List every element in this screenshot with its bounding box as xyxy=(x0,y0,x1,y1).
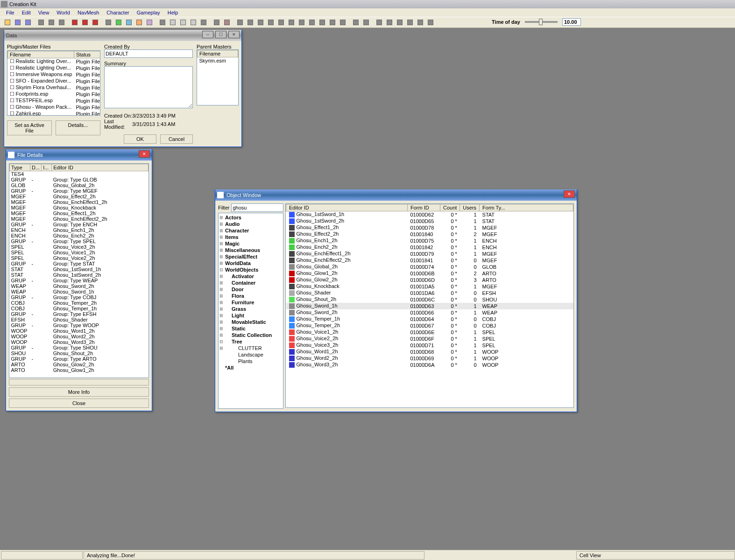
menu-character[interactable]: Character xyxy=(103,9,132,16)
file-details-row[interactable]: GRUP-Group: Type ARTO xyxy=(10,356,148,362)
tree-node-character[interactable]: Character xyxy=(219,227,282,234)
tree-node-grass[interactable]: Grass xyxy=(219,306,282,312)
plugin-row[interactable]: ☐ TESTPFEIL.espPlugin File xyxy=(8,98,101,104)
tree-node-movablestatic[interactable]: MovableStatic xyxy=(219,319,282,325)
object-row[interactable]: Ghosu_1stSword_1h01000D620 *1STAT xyxy=(286,211,573,218)
tree-node-door[interactable]: Door xyxy=(219,286,282,293)
tree-node-items[interactable]: Items xyxy=(219,234,282,240)
toolbar-button-29[interactable] xyxy=(318,18,327,27)
file-details-row[interactable]: WEAPGhosu_Sword_1h xyxy=(10,289,148,294)
time-slider[interactable] xyxy=(525,21,558,23)
file-details-row[interactable]: GRUP-Group: Type SHOU xyxy=(10,345,148,350)
menu-navmesh[interactable]: NavMesh xyxy=(74,9,102,16)
plugin-row[interactable]: ☐ Realistic Lighting Over...Plugin File xyxy=(8,65,101,71)
col-d[interactable]: D... xyxy=(30,164,42,171)
toolbar-button-6[interactable] xyxy=(70,18,79,27)
toolbar-button-23[interactable] xyxy=(256,18,265,27)
tree-node-landscape[interactable]: Landscape xyxy=(219,351,282,358)
tree-node-activator[interactable]: Activator xyxy=(219,273,282,280)
object-row[interactable]: Ghosu_Voice2_2h01000D6F0 *1SPEL xyxy=(286,336,573,342)
tree-node-audio[interactable]: Audio xyxy=(219,221,282,227)
file-details-row[interactable]: GRUP-Group: Type ENCH xyxy=(10,222,148,227)
toolbar-button-27[interactable] xyxy=(297,18,306,27)
object-row[interactable]: Ghosu_Word2_2h01000D690 *1WOOP xyxy=(286,355,573,362)
tree-node-worldobjects[interactable]: WorldObjects xyxy=(219,266,282,273)
file-details-row[interactable]: COBJGhosu_Temper_1h xyxy=(10,306,148,311)
close-button[interactable]: ✕ xyxy=(139,150,150,158)
menu-help[interactable]: Help xyxy=(164,9,182,16)
tree-node-clutter[interactable]: CLUTTER xyxy=(219,345,282,351)
cancel-button[interactable]: Cancel xyxy=(160,134,193,144)
toolbar-button-3[interactable] xyxy=(36,18,46,27)
toolbar-button-16[interactable] xyxy=(178,18,188,27)
toolbar-button-38[interactable] xyxy=(416,18,425,27)
object-row[interactable]: Ghosu_Effect1_2h01000D780 *1MGEF xyxy=(286,224,573,231)
toolbar-button-26[interactable] xyxy=(287,18,296,27)
tree-node-worlddata[interactable]: WorldData xyxy=(219,260,282,266)
object-row[interactable]: Ghosu_Glow2_2h01000D6D0 *3ARTO xyxy=(286,277,573,283)
tree-node-actors[interactable]: Actors xyxy=(219,214,282,221)
col-formtype[interactable]: Form Ty... xyxy=(480,204,573,211)
toolbar-button-24[interactable] xyxy=(266,18,276,27)
menu-view[interactable]: View xyxy=(35,9,53,16)
filter-input[interactable] xyxy=(231,203,283,212)
menu-file[interactable]: File xyxy=(3,9,18,16)
col-status[interactable]: Status xyxy=(74,51,100,58)
col-formid[interactable]: Form ID xyxy=(408,204,440,211)
plugin-row[interactable]: ☐ Skyrim Flora Overhaul...Plugin File xyxy=(8,84,101,91)
tree-node-static-collection[interactable]: Static Collection xyxy=(219,332,282,338)
toolbar-button-4[interactable] xyxy=(47,18,56,27)
file-details-row[interactable]: SPELGhosu_Voice3_2h xyxy=(10,244,148,250)
object-list[interactable]: Editor ID Form ID Count Users Form Ty...… xyxy=(285,203,574,408)
file-details-row[interactable]: GRUP-Group: Type MGEF xyxy=(10,188,148,194)
object-row[interactable]: Ghosu_Ench1_2h01000D750 *1ENCH xyxy=(286,238,573,244)
maximize-button[interactable]: ☐ xyxy=(215,31,226,38)
tree-node-light[interactable]: Light xyxy=(219,312,282,319)
tree-node-miscellaneous[interactable]: Miscellaneous xyxy=(219,247,282,253)
object-row[interactable]: Ghosu_Voice3_2h01000D710 *1SPEL xyxy=(286,342,573,349)
toolbar-button-19[interactable] xyxy=(212,18,221,27)
object-row[interactable]: Ghosu_Sword_1h01000D630 *1WEAP xyxy=(286,303,573,309)
col-editorid[interactable]: Editor ID xyxy=(286,204,408,211)
file-details-row[interactable]: STATGhosu_1stSword_1h xyxy=(10,266,148,272)
tree-node-container[interactable]: Container xyxy=(219,280,282,286)
slider-thumb[interactable] xyxy=(539,19,543,25)
object-row[interactable]: Ghosu_Temper_1h01000D640 *0COBJ xyxy=(286,316,573,322)
file-details-row[interactable]: TES4 xyxy=(10,171,148,177)
file-details-row[interactable]: SHOUGhosu_Shout_2h xyxy=(10,350,148,356)
toolbar-button-17[interactable] xyxy=(189,18,198,27)
menu-edit[interactable]: Edit xyxy=(19,9,34,16)
menu-gameplay[interactable]: Gameplay xyxy=(134,9,163,16)
object-row[interactable]: Ghosu_Temper_2h01000D670 *0COBJ xyxy=(286,322,573,329)
object-row[interactable]: Ghosu_Glow1_2h01000D6B0 *2ARTO xyxy=(286,270,573,277)
parent-masters-list[interactable]: Filename Skyrim.esm xyxy=(197,49,239,105)
object-row[interactable]: Ghosu_Effect2_2h010018400 *2MGEF xyxy=(286,231,573,238)
tree-node-static[interactable]: Static xyxy=(219,325,282,332)
parent-col-filename[interactable]: Filename xyxy=(198,50,238,57)
toolbar-button-36[interactable] xyxy=(395,18,404,27)
file-details-row[interactable]: GRUP-Group: Type WOOP xyxy=(10,322,148,328)
toolbar-button-15[interactable] xyxy=(168,18,177,27)
file-details-row[interactable]: GRUP-Group: Type STAT xyxy=(10,261,148,266)
close-button[interactable]: Close xyxy=(9,399,149,408)
object-row[interactable]: Ghosu_Knockback01001DA50 *1MGEF xyxy=(286,283,573,290)
toolbar-button-7[interactable] xyxy=(80,18,90,27)
plugin-row[interactable]: ☐ Footprints.espPlugin File xyxy=(8,91,101,98)
toolbar-button-10[interactable] xyxy=(114,18,123,27)
category-tree[interactable]: ActorsAudioCharacterItemsMagicMiscellane… xyxy=(218,213,283,409)
object-row[interactable]: Ghosu_EnchEffect2_2h010018410 *0MGEF xyxy=(286,257,573,264)
tree-node-specialeffect[interactable]: SpecialEffect xyxy=(219,253,282,260)
file-details-row[interactable]: SPELGhosu_Voice2_2h xyxy=(10,255,148,261)
toolbar-button-2[interactable] xyxy=(23,18,33,27)
col-users[interactable]: Users xyxy=(460,204,480,211)
toolbar-button-28[interactable] xyxy=(307,18,317,27)
file-details-row[interactable]: MGEFGhosu_Effect2_2h xyxy=(10,194,148,199)
summary-field[interactable] xyxy=(104,66,193,108)
tree-node-magic[interactable]: Magic xyxy=(219,240,282,247)
plugin-row[interactable]: ☐ Ghosu - Weapon Pack...Plugin File xyxy=(8,104,101,111)
toolbar-button-1[interactable] xyxy=(13,18,22,27)
file-details-row[interactable]: GRUP-Group: Type COBJ xyxy=(10,294,148,300)
toolbar-button-25[interactable] xyxy=(276,18,286,27)
data-titlebar[interactable]: Data ─ ☐ ✕ xyxy=(4,30,241,41)
toolbar-button-11[interactable] xyxy=(124,18,134,27)
